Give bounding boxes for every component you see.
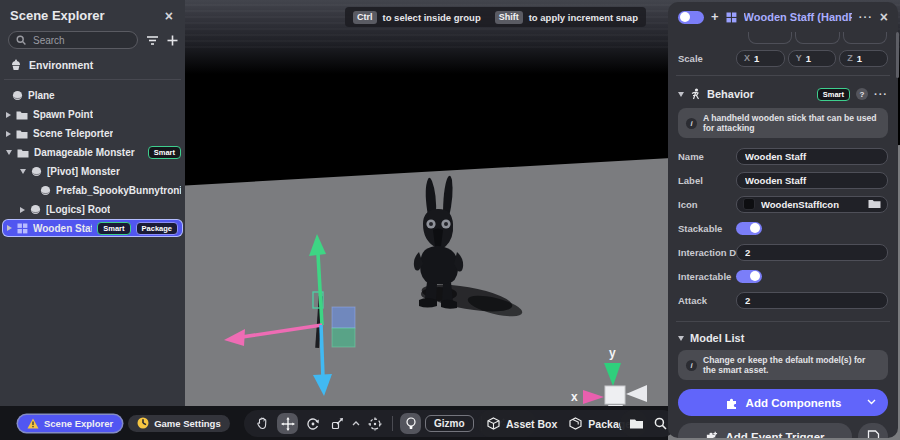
tree-item-scene-teleporter[interactable]: Scene Teleporter [0, 124, 185, 143]
scene-explorer-tab[interactable]: Scene Explorer [18, 415, 122, 432]
gizmo-plane-handle-yz[interactable] [332, 328, 355, 347]
new-script-button[interactable] [858, 423, 888, 438]
axis-value: 1 [857, 53, 862, 64]
property-label: Stackable [678, 223, 736, 234]
scale-z-field[interactable]: Z 1 [839, 50, 888, 67]
tree-item-label: Spawn Point [33, 109, 93, 120]
filter-icon[interactable] [146, 35, 159, 46]
behavior-info-banner: i A handheld wooden stick that can be us… [678, 108, 888, 138]
tree-item-environment[interactable]: Environment [0, 55, 185, 75]
axis-value: 1 [806, 53, 811, 64]
move-tool-button[interactable] [277, 413, 298, 434]
caret-down-icon[interactable] [678, 336, 684, 341]
axis-cube[interactable] [605, 386, 625, 404]
scale-x-field[interactable]: X 1 [736, 50, 785, 67]
caret-down-icon[interactable] [20, 169, 26, 174]
transform-gizmo[interactable] [210, 230, 400, 400]
behavior-icon [690, 88, 701, 100]
caret-right-icon[interactable] [7, 225, 12, 231]
visibility-toggle[interactable] [678, 11, 704, 24]
script-add-icon [867, 430, 880, 439]
gizmo-plane-handle-xy[interactable] [332, 307, 355, 328]
panel-scrollbar[interactable] [896, 32, 899, 78]
axis-cone-z[interactable] [626, 385, 647, 402]
hint-text: to select inside group [383, 12, 481, 23]
snap-target-button[interactable] [364, 413, 385, 434]
chevron-down-icon[interactable] [867, 399, 876, 405]
tree-item-damageable-monster[interactable]: Damageable Monster Smart [0, 143, 185, 162]
gizmo-button[interactable]: Gizmo [425, 415, 474, 432]
gizmo-axis-y[interactable] [309, 234, 326, 325]
banner-text: A handheld wooden stick that can be used… [703, 113, 880, 133]
button-label: Add Components [746, 397, 842, 409]
interaction-distance-input[interactable] [736, 244, 888, 261]
behavior-section-header[interactable]: Behavior Smart ? ··· [678, 82, 888, 106]
light-toggle-button[interactable] [400, 413, 421, 434]
icon-thumbnail [743, 198, 755, 210]
caret-down-icon[interactable] [6, 150, 12, 155]
attack-row: Attack [678, 288, 888, 312]
caret-right-icon[interactable] [6, 112, 11, 118]
interactable-row: Interactable [678, 264, 888, 288]
packages-icon [569, 417, 582, 430]
chevron-up-icon[interactable] [352, 421, 360, 426]
tree-item-logics-root[interactable]: [Logics] Root [0, 200, 185, 219]
add-icon[interactable]: + [711, 12, 719, 22]
pan-tool-button[interactable] [252, 413, 273, 434]
caret-right-icon[interactable] [20, 207, 25, 213]
package-grid-icon [17, 223, 28, 234]
caret-down-icon[interactable] [678, 92, 684, 97]
scene-explorer-panel: Scene Explorer × [0, 0, 185, 406]
tab-label: Scene Explorer [44, 418, 113, 429]
tree-item-label: Scene Teleporter [33, 128, 113, 139]
close-icon[interactable]: × [880, 11, 888, 23]
folder-icon [16, 110, 28, 120]
axis-prefix: Y [796, 53, 802, 63]
label-input[interactable] [736, 172, 888, 189]
divider [676, 75, 890, 76]
axis-cone-y[interactable] [604, 363, 621, 386]
tree-item-spawn-point[interactable]: Spawn Point [0, 105, 185, 124]
name-input[interactable] [736, 148, 888, 165]
attack-input[interactable] [736, 292, 888, 309]
search-icon[interactable] [654, 417, 667, 430]
properties-panel: + Wooden Staff (HandProp) ··· × Scale X … [668, 2, 898, 438]
ctrl-key-badge: Ctrl [353, 11, 377, 24]
asset-box-button[interactable]: Asset Box [487, 417, 557, 430]
tree-item-pivot-monster[interactable]: [Pivot] Monster [0, 162, 185, 181]
icon-asset-field[interactable]: WoodenStaffIcon [736, 196, 888, 213]
help-icon[interactable]: ? [856, 88, 868, 100]
search-field[interactable] [31, 34, 121, 47]
app-window: y x Ctrl to select inside group Shift to… [0, 0, 900, 440]
caret-right-icon[interactable] [6, 131, 11, 137]
model-list-section-header[interactable]: Model List [678, 328, 888, 348]
property-label: Icon [678, 199, 736, 210]
tree-item-plane[interactable]: Plane [0, 86, 185, 105]
tree-item-wooden-staff[interactable]: Wooden Staff (Han... Smart Package [2, 219, 183, 237]
rotate-tool-button[interactable] [302, 413, 323, 434]
more-options-icon[interactable]: ··· [859, 11, 873, 23]
stackable-toggle[interactable] [736, 222, 762, 235]
folder-icon[interactable] [868, 199, 881, 209]
add-event-trigger-button[interactable]: Add Event Trigger [678, 423, 852, 438]
more-options-icon[interactable]: ··· [874, 88, 888, 100]
scale-y-field[interactable]: Y 1 [788, 50, 837, 67]
gizmo-axis-x[interactable] [224, 325, 322, 346]
banner-text: Change or keep the default model(s) for … [703, 355, 880, 375]
add-icon[interactable] [167, 35, 178, 46]
property-label: Label [678, 175, 736, 186]
tree-item-prefab-spookybunnytronic[interactable]: Prefab_SpookyBunnytronic (1) [0, 181, 185, 200]
close-icon[interactable]: × [165, 10, 173, 22]
game-settings-tab[interactable]: Game Settings [128, 415, 230, 432]
folder-icon [16, 129, 28, 139]
interaction-distance-row: Interaction Dis... [678, 240, 888, 264]
environment-icon [10, 59, 22, 71]
add-components-button[interactable]: Add Components [678, 389, 888, 416]
gizmo-axis-z[interactable] [313, 325, 332, 396]
scale-tool-button[interactable] [327, 413, 348, 434]
interactable-toggle[interactable] [736, 270, 762, 283]
axis-cone-x[interactable] [583, 390, 604, 404]
folder-icon[interactable] [629, 418, 644, 430]
search-input[interactable] [8, 31, 138, 49]
asset-box-label: Asset Box [506, 418, 557, 430]
